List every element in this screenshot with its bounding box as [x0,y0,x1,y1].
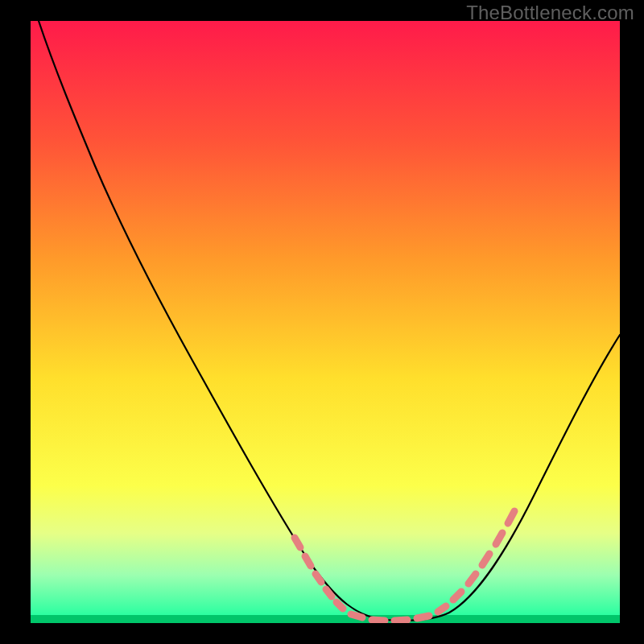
chart-frame: TheBottleneck.com [0,0,644,644]
watermark-label: TheBottleneck.com [466,2,634,24]
plot-area [31,21,620,623]
gradient-background [31,21,620,617]
chart-svg [31,21,620,623]
bottom-green-bar [31,615,620,623]
